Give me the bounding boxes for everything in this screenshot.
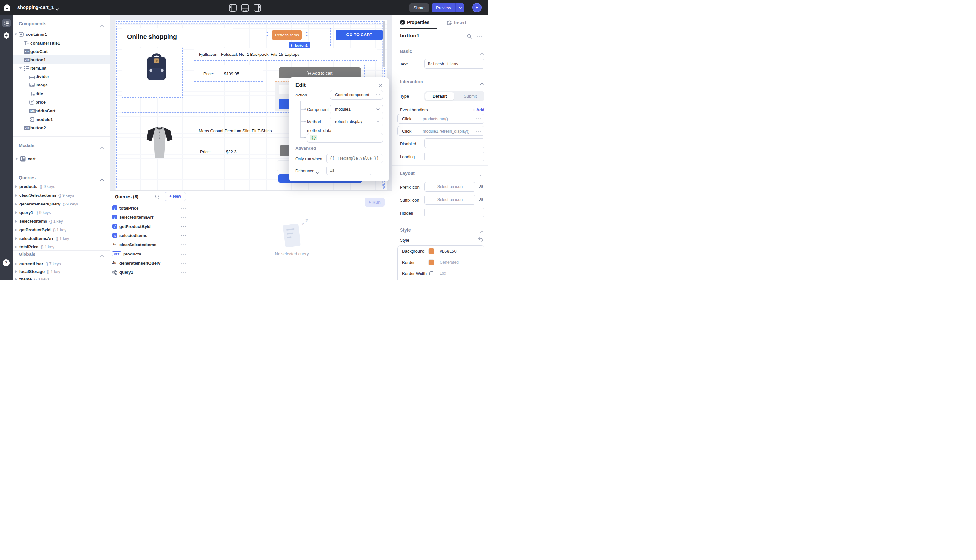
- style-reset-icon[interactable]: [478, 237, 483, 243]
- query-state-generateInsertQuery[interactable]: generateInsertQuery{} 9 keys: [13, 200, 110, 208]
- preview-button[interactable]: Preview: [432, 3, 455, 12]
- action-select[interactable]: Control component: [330, 90, 383, 100]
- tab-properties[interactable]: Properties: [407, 20, 429, 25]
- only-run-when-input[interactable]: [326, 154, 383, 163]
- query-more-icon[interactable]: [181, 253, 186, 255]
- share-button[interactable]: Share: [409, 3, 429, 12]
- prefix-icon-select[interactable]: Select an icon: [424, 182, 475, 192]
- style-row-border[interactable]: Border Generated: [398, 257, 484, 268]
- query-more-icon[interactable]: [181, 272, 186, 273]
- query-more-icon[interactable]: [181, 244, 186, 245]
- query-item-generateInsertQuery[interactable]: Js generateInsertQuery: [110, 259, 192, 267]
- property-search-icon[interactable]: [467, 34, 472, 40]
- method-select[interactable]: refresh_display: [330, 117, 383, 127]
- resize-handle-right[interactable]: [306, 32, 308, 36]
- query-item-totalPrice[interactable]: f totalPrice: [110, 204, 192, 213]
- resize-handle-left[interactable]: [265, 32, 268, 36]
- method-data-input[interactable]: {}: [307, 133, 383, 143]
- layout-collapse-icon[interactable]: [480, 172, 484, 178]
- query-more-icon[interactable]: [181, 208, 186, 209]
- help-icon[interactable]: ?: [3, 259, 10, 267]
- background-color-swatch[interactable]: [429, 248, 434, 254]
- toggle-left-panel-icon[interactable]: [229, 4, 237, 13]
- new-query-button[interactable]: + New: [165, 192, 186, 201]
- queries-collapse-icon[interactable]: [100, 177, 104, 182]
- query-item-selectedItemsArr[interactable]: f selectedItemsArr: [110, 213, 192, 222]
- refresh-items-button[interactable]: Refresh items: [272, 30, 302, 40]
- modals-collapse-icon[interactable]: [100, 144, 104, 150]
- style-collapse-icon[interactable]: [480, 229, 484, 235]
- tree-item-button1[interactable]: Btn button1: [13, 55, 110, 64]
- border-color-swatch[interactable]: [429, 260, 434, 265]
- add-to-cart-button[interactable]: Add to cart: [279, 67, 361, 78]
- app-name[interactable]: shopping-cart_1: [17, 5, 54, 10]
- globals-collapse-icon[interactable]: [100, 253, 104, 259]
- item1-title-box[interactable]: Fjallraven - Foldsack No. 1 Backpack, Fi…: [194, 48, 377, 61]
- event-handler-row[interactable]: Click products.run(): [397, 114, 484, 123]
- event-handler-row[interactable]: Click module1.refresh_display(): [397, 126, 484, 136]
- interaction-collapse-icon[interactable]: [480, 80, 484, 86]
- disabled-input[interactable]: [424, 138, 484, 148]
- toggle-right-panel-icon[interactable]: [254, 4, 261, 13]
- query-state-clearSelectedtems[interactable]: clearSelectedtems{} 9 keys: [13, 192, 110, 199]
- query-more-icon[interactable]: [181, 263, 186, 263]
- tree-item-container1[interactable]: container1: [13, 30, 110, 39]
- hidden-input[interactable]: [424, 208, 484, 217]
- text-value-input[interactable]: [424, 59, 484, 69]
- debounce-input[interactable]: [326, 166, 372, 175]
- preview-dropdown-button[interactable]: [455, 3, 464, 12]
- inspector-tree-icon[interactable]: [2, 19, 11, 27]
- basic-collapse-icon[interactable]: [480, 50, 484, 56]
- tree-item-divider[interactable]: divider: [13, 72, 110, 81]
- handler-more-icon[interactable]: [476, 131, 480, 132]
- query-state-selectedItemsArr[interactable]: selectedItemsArr{} 1 key: [13, 235, 110, 243]
- query-state-totalPrice[interactable]: totalPrice{} 1 key: [13, 243, 110, 251]
- loading-input[interactable]: [424, 152, 484, 161]
- global-currentUser[interactable]: currentUser{} 7 keys: [13, 260, 110, 268]
- run-query-button[interactable]: Run: [365, 198, 385, 207]
- query-more-icon[interactable]: [181, 235, 186, 236]
- query-state-selectedItems[interactable]: selectedItems{} 1 key: [13, 217, 110, 225]
- canvas-scrollbar[interactable]: [384, 21, 385, 67]
- tree-item-module1[interactable]: module1: [13, 115, 110, 124]
- global-localStorage[interactable]: localStorage{} 1 key: [13, 268, 110, 275]
- user-avatar[interactable]: F: [472, 3, 482, 12]
- tree-item-button2[interactable]: Btn button2: [13, 123, 110, 132]
- home-icon[interactable]: [4, 3, 10, 13]
- query-more-icon[interactable]: [181, 226, 186, 227]
- item1-price-box[interactable]: Price: $109.95: [194, 65, 264, 82]
- tree-item-addtoCart[interactable]: Btn addtoCart: [13, 107, 110, 115]
- style-row-background[interactable]: Background #E68E50: [398, 246, 484, 257]
- query-item-products[interactable]: GET products: [110, 250, 192, 258]
- query-state-query1[interactable]: query1{} 9 keys: [13, 209, 110, 217]
- tree-item-itemList[interactable]: itemList: [13, 64, 110, 73]
- toggle-bottom-panel-icon[interactable]: [242, 4, 249, 13]
- container-title-box[interactable]: Online shopping: [122, 28, 233, 47]
- query-search-icon[interactable]: [155, 195, 160, 201]
- datasource-hexagon-icon[interactable]: [3, 32, 10, 40]
- style-row-border-width[interactable]: Border Width 1px: [398, 268, 484, 279]
- prefix-js-toggle[interactable]: Js: [479, 184, 483, 189]
- type-submit-option[interactable]: Submit: [464, 94, 477, 99]
- tab-insert[interactable]: Insert: [454, 20, 466, 25]
- suffix-js-toggle[interactable]: Js: [479, 197, 483, 202]
- goto-cart-button[interactable]: GO TO CART: [336, 30, 383, 40]
- query-item-getProductById[interactable]: f getProductById: [110, 223, 192, 231]
- handler-more-icon[interactable]: [476, 118, 480, 119]
- tree-item-gotoCart[interactable]: Btn gotoCart: [13, 47, 110, 56]
- query-more-icon[interactable]: [181, 217, 186, 218]
- tree-item-image[interactable]: image: [13, 81, 110, 89]
- query-state-products[interactable]: products{} 9 keys: [13, 183, 110, 191]
- suffix-icon-select[interactable]: Select an icon: [424, 195, 475, 205]
- tree-item-price[interactable]: price: [13, 98, 110, 107]
- tree-item-title[interactable]: title: [13, 89, 110, 98]
- query-item-selectedItems[interactable]: x selectedItems: [110, 232, 192, 240]
- global-theme[interactable]: theme{} 3 keys: [13, 275, 110, 280]
- app-menu-chevron-icon[interactable]: [55, 7, 59, 12]
- query-item-query1[interactable]: query1: [110, 268, 192, 277]
- components-collapse-icon[interactable]: [100, 22, 104, 28]
- modal-item-cart[interactable]: cart: [13, 155, 110, 163]
- component-more-icon[interactable]: [477, 36, 482, 37]
- query-state-getProductById[interactable]: getProductById{} 1 key: [13, 226, 110, 234]
- debounce-chevron-icon[interactable]: [316, 170, 319, 175]
